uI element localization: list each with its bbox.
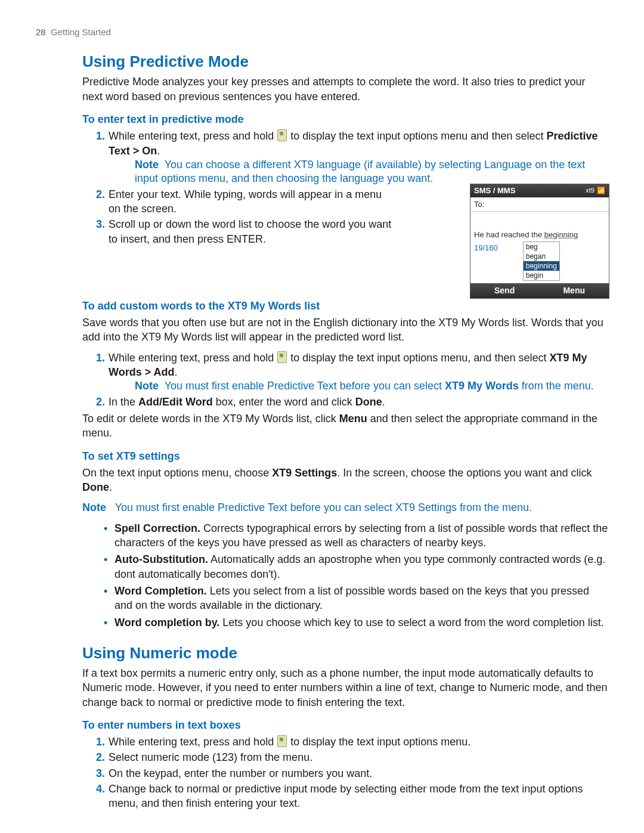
prediction-item: began bbox=[524, 252, 559, 261]
note-label: Note bbox=[135, 380, 159, 392]
paragraph: If a text box permits a numeric entry on… bbox=[82, 666, 608, 710]
step-marker: 1. bbox=[89, 129, 105, 143]
note-part: You must first enable Predictive Text be… bbox=[165, 380, 445, 392]
phone-blank-area bbox=[470, 212, 609, 228]
step-text: . bbox=[175, 366, 178, 378]
note-label: Note bbox=[135, 159, 159, 171]
phone-to-field: To: bbox=[470, 197, 609, 212]
star-key-icon bbox=[277, 351, 287, 363]
subheading-set-xt9: To set XT9 settings bbox=[82, 449, 608, 463]
note-bold: XT9 My Words bbox=[445, 380, 519, 392]
phone-status: xt9📶 bbox=[586, 186, 605, 195]
step: 1. While entering text, press and hold t… bbox=[99, 735, 608, 749]
page-number: 28 bbox=[36, 27, 46, 37]
step-text: In the bbox=[109, 396, 138, 408]
to-label: To: bbox=[474, 200, 484, 209]
bold-text: Add/Edit Word bbox=[138, 396, 213, 408]
step-text: While entering text, press and hold bbox=[109, 736, 277, 748]
step-text: While entering text, press and hold bbox=[109, 130, 277, 142]
note-text: You must first enable Predictive Text be… bbox=[115, 501, 532, 513]
note: Note You can choose a different XT9 lang… bbox=[135, 158, 608, 186]
bullet-list: Spell Correction. Corrects typographical… bbox=[82, 521, 608, 630]
note-text: You can choose a different XT9 language … bbox=[135, 159, 585, 184]
bold-text: Done bbox=[355, 396, 382, 408]
step-marker: 1. bbox=[89, 351, 105, 365]
step: 2. Enter your text. While typing, words … bbox=[99, 187, 395, 216]
note: Note You must first enable Predictive Te… bbox=[135, 379, 608, 393]
prediction-item: begin bbox=[524, 271, 559, 280]
step-marker: 2. bbox=[89, 395, 105, 409]
step-text: Select numeric mode (123) from the menu. bbox=[109, 751, 312, 763]
step-text: Enter your text. While typing, words wil… bbox=[109, 188, 382, 215]
bullet-title: Word completion by. bbox=[114, 617, 219, 628]
bullet-title: Spell Correction. bbox=[114, 522, 200, 534]
step: 3. Scroll up or down the word list to ch… bbox=[99, 217, 395, 246]
star-key-icon bbox=[277, 735, 287, 747]
paragraph: Save words that you often use but are no… bbox=[82, 315, 608, 345]
bullet-text: Lets you choose which key to use to sele… bbox=[219, 617, 603, 628]
step-text: . bbox=[157, 145, 160, 157]
step: 2. Select numeric mode (123) from the me… bbox=[99, 750, 608, 764]
step-marker: 2. bbox=[89, 750, 105, 764]
step-text: box, enter the word and click bbox=[213, 396, 355, 408]
bold-text: XT9 Settings bbox=[272, 467, 337, 479]
phone-titlebar: SMS / MMS xt9📶 bbox=[470, 184, 609, 197]
note-part: from the menu. bbox=[519, 380, 594, 392]
step: 1. While entering text, press and hold t… bbox=[99, 129, 608, 185]
text: To edit or delete words in the XT9 My Wo… bbox=[82, 413, 339, 425]
phone-row: 19/160 beg began beginning begin bbox=[470, 241, 609, 284]
bold-text: Menu bbox=[339, 413, 367, 425]
step: 2. In the Add/Edit Word box, enter the w… bbox=[99, 395, 608, 409]
step-text: Change back to normal or predictive inpu… bbox=[109, 783, 583, 809]
bullet-title: Word Completion. bbox=[114, 585, 207, 597]
step-marker: 3. bbox=[89, 217, 105, 231]
bold-text: Done bbox=[82, 481, 109, 493]
note-label: Note bbox=[82, 501, 106, 513]
text: On the text input options menu, choose bbox=[82, 467, 272, 479]
step-text: to display the text input options menu. bbox=[287, 736, 470, 748]
page-header: 28 Getting Started bbox=[36, 26, 608, 38]
note: Note You must first enable Predictive Te… bbox=[82, 500, 608, 515]
step-marker: 3. bbox=[89, 766, 105, 781]
phone-softkeys: Send Menu bbox=[470, 283, 609, 298]
step-text: Scroll up or down the word list to choos… bbox=[109, 218, 391, 244]
text: . bbox=[109, 481, 112, 493]
note-text: You must first enable Predictive Text be… bbox=[165, 380, 594, 392]
step-list: 1. While entering text, press and hold t… bbox=[82, 735, 608, 810]
step-list: 1. While entering text, press and hold t… bbox=[82, 351, 608, 409]
subheading-enter-numbers: To enter numbers in text boxes bbox=[82, 718, 608, 732]
prediction-item-selected: beginning bbox=[524, 261, 559, 271]
bullet-title: Auto-Substitution. bbox=[114, 553, 208, 565]
step-text: . bbox=[382, 396, 385, 408]
step-text: While entering text, press and hold bbox=[109, 352, 277, 364]
phone-mode-indicator: xt9 bbox=[586, 186, 595, 195]
softkey-menu: Menu bbox=[563, 285, 585, 296]
phone-composed-text: He had reached the beginning bbox=[470, 228, 609, 241]
step: 3. On the keypad, enter the number or nu… bbox=[99, 766, 608, 781]
subheading-add-custom-words: To add custom words to the XT9 My Words … bbox=[82, 299, 608, 313]
document-page: 28 Getting Started Using Predictive Mode… bbox=[0, 0, 644, 833]
subheading-enter-predictive: To enter text in predictive mode bbox=[82, 112, 608, 126]
char-counter: 19/160 bbox=[474, 241, 498, 253]
prediction-item: beg bbox=[524, 242, 559, 252]
softkey-send: Send bbox=[494, 285, 515, 296]
step: 4. Change back to normal or predictive i… bbox=[99, 782, 608, 811]
step-text: On the keypad, enter the number or numbe… bbox=[109, 767, 372, 779]
step-text: to display the text input options menu, … bbox=[287, 352, 549, 364]
signal-icon: 📶 bbox=[597, 186, 605, 195]
page-content: Using Predictive Mode Predictive Mode an… bbox=[82, 51, 608, 810]
phone-title: SMS / MMS bbox=[474, 185, 515, 196]
text: . In the screen, choose the options you … bbox=[337, 467, 592, 479]
phone-screenshot: SMS / MMS xt9📶 To: He had reached the be… bbox=[470, 184, 609, 299]
heading-predictive-mode: Using Predictive Mode bbox=[82, 51, 608, 72]
typed-active-word: beginning bbox=[544, 230, 578, 239]
bullet-item: Spell Correction. Corrects typographical… bbox=[106, 521, 608, 550]
bullet-item: Word completion by. Lets you choose whic… bbox=[106, 615, 608, 630]
step: 1. While entering text, press and hold t… bbox=[99, 351, 608, 394]
step-marker: 4. bbox=[89, 782, 105, 796]
step-text: to display the text input options menu a… bbox=[287, 130, 546, 142]
prediction-list: beg began beginning begin bbox=[523, 241, 560, 281]
bullet-item: Word Completion. Lets you select from a … bbox=[106, 584, 608, 613]
star-key-icon bbox=[277, 129, 287, 141]
step-marker: 2. bbox=[89, 187, 105, 202]
